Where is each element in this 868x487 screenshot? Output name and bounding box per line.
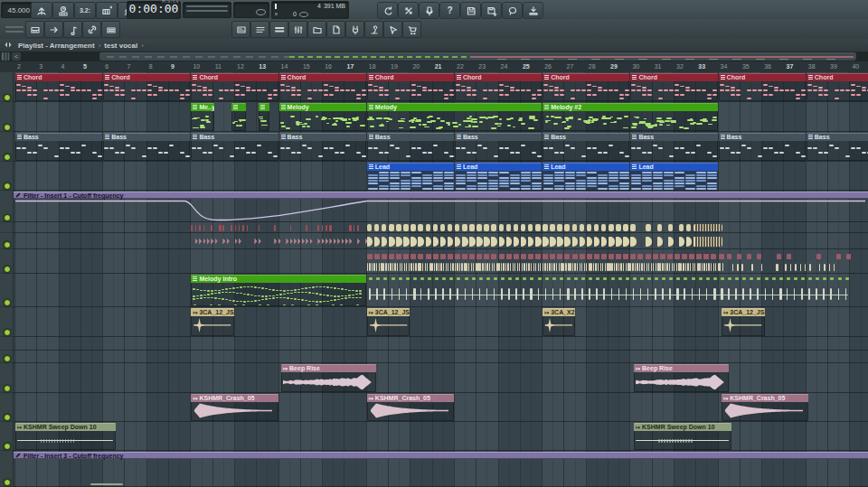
track-enable-led[interactable]: [4, 214, 11, 221]
clip-header[interactable]: Chord: [191, 73, 278, 81]
clip-chord[interactable]: Chord: [455, 73, 542, 101]
clip-chord[interactable]: Chord: [279, 73, 366, 101]
clip-header[interactable]: Bass: [15, 133, 102, 141]
clip-header[interactable]: ↦3CA_12_JSEFX2: [722, 308, 765, 316]
clip-bass[interactable]: Bass: [191, 133, 278, 161]
track-enable-led[interactable]: [4, 414, 11, 421]
browser-button[interactable]: [307, 21, 326, 38]
clip-3ca-x2[interactable]: ↦3CA_X2: [542, 308, 574, 336]
clip-header[interactable]: Melody: [279, 103, 366, 111]
clip-me-y[interactable]: Me..y: [191, 103, 214, 131]
clip-header[interactable]: Bass: [719, 133, 806, 141]
save-button[interactable]: [460, 2, 481, 19]
step-edit-button[interactable]: [44, 21, 63, 38]
plugin-picker-button[interactable]: [345, 21, 364, 38]
clip-header[interactable]: ↦KSHMR Sweep Down 10: [634, 423, 731, 431]
clip-melody-intro[interactable]: Melody Intro: [191, 275, 365, 306]
master-pitch-slider[interactable]: [186, 5, 228, 7]
track-enable-led[interactable]: [4, 385, 11, 392]
touch-controller-button[interactable]: [383, 21, 402, 38]
clip-header[interactable]: Melody: [367, 103, 542, 111]
clip-header[interactable]: Bass: [367, 133, 454, 141]
clip-header[interactable]: ↦KSHMR Sweep Down 10: [15, 423, 116, 431]
automation-clip-header[interactable]: Filter - Insert 1 - Cutoff frequency: [13, 192, 868, 199]
clip-header[interactable]: Me..y: [191, 103, 214, 111]
clip-bass[interactable]: Bass: [367, 133, 454, 161]
clip-kshmr-crash-05[interactable]: ↦KSHMR_Crash_05: [191, 394, 278, 421]
clip-header[interactable]: Bass: [455, 133, 542, 141]
track-enable-led[interactable]: [4, 266, 11, 273]
tools-button[interactable]: [364, 21, 383, 38]
metronome-button[interactable]: [31, 2, 52, 19]
playlist-header[interactable]: Playlist - Arrangement › test vocal ›: [0, 39, 868, 52]
cut-sounds-button[interactable]: [398, 2, 419, 19]
clip-chord[interactable]: Chord: [367, 73, 454, 101]
clip-header[interactable]: ↦3CA_X2: [542, 308, 574, 316]
clip-header[interactable]: Chord: [807, 73, 868, 81]
clip-header[interactable]: ↦KSHMR_Crash_05: [367, 394, 454, 402]
wait-input-button[interactable]: [52, 2, 74, 19]
clip-kshmr-sweep-down-10[interactable]: ↦KSHMR Sweep Down 10: [15, 423, 116, 450]
clip-header[interactable]: Chord: [15, 73, 102, 81]
clip-header[interactable]: Chord: [367, 73, 454, 81]
clip-header[interactable]: Chord: [103, 73, 190, 81]
clip-header[interactable]: Chord: [542, 73, 629, 81]
clip-lead[interactable]: Lead: [542, 163, 629, 190]
clip-kshmr-crash-05[interactable]: ↦KSHMR_Crash_05: [367, 394, 454, 421]
clip-header[interactable]: Lead: [630, 163, 717, 171]
breadcrumb-item[interactable]: test vocal: [104, 42, 137, 50]
performance-mode-button[interactable]: [63, 21, 82, 38]
clip-header[interactable]: Bass: [191, 133, 278, 141]
clip-bass[interactable]: Bass: [719, 133, 806, 161]
mini-slider-1[interactable]: [5, 26, 24, 28]
scroll-back-button[interactable]: <: [12, 52, 21, 61]
clip-melody[interactable]: [231, 103, 246, 131]
piano-roll-button[interactable]: [250, 21, 269, 38]
clip-bass[interactable]: Bass: [103, 133, 190, 161]
track-enable-led[interactable]: [4, 183, 11, 190]
clip-header[interactable]: ↦Beep Rise: [281, 364, 376, 372]
clip-header[interactable]: Bass: [103, 133, 190, 141]
clip-header[interactable]: [259, 103, 269, 111]
master-sliders[interactable]: [183, 2, 231, 18]
shuffle-panel[interactable]: [233, 2, 269, 18]
clip-lead[interactable]: Lead: [367, 163, 454, 190]
clip-bass[interactable]: Bass: [542, 133, 629, 161]
track-enable-led[interactable]: [4, 154, 11, 161]
clip-bass[interactable]: Bass: [279, 133, 366, 161]
overview-scroll-thumb[interactable]: [99, 52, 856, 61]
mini-sliders[interactable]: [2, 23, 27, 36]
clip-header[interactable]: ↦3CA_12_JSEFX2: [191, 308, 234, 316]
clip-header[interactable]: Chord: [279, 73, 366, 81]
help-button[interactable]: ?: [439, 2, 460, 19]
clip-header[interactable]: Lead: [542, 163, 629, 171]
undo-button[interactable]: [377, 2, 398, 19]
track-enable-led[interactable]: [4, 479, 11, 486]
blend-notes-button[interactable]: [96, 2, 118, 19]
clip-3ca-12-jsefx2[interactable]: ↦3CA_12_JSEFX2: [722, 308, 765, 336]
clip-lead[interactable]: Lead: [630, 163, 717, 190]
clip-3ca-12-jsefx2[interactable]: ↦3CA_12_JSEFX2: [191, 308, 234, 336]
clip-melody[interactable]: Melody: [279, 103, 366, 131]
clip-chord[interactable]: Chord: [630, 73, 717, 101]
clip-header[interactable]: Melody #2: [542, 103, 717, 111]
master-volume-slider[interactable]: [186, 10, 228, 12]
breadcrumb-root[interactable]: Playlist - Arrangement: [18, 42, 95, 50]
link-button[interactable]: [82, 21, 101, 38]
clip-header[interactable]: ↦3CA_12_JSEFX2: [367, 308, 410, 316]
clip-beep-rise[interactable]: ↦Beep Rise: [281, 364, 376, 392]
clip-header[interactable]: Chord: [455, 73, 542, 81]
playlist-button[interactable]: [231, 21, 250, 38]
about-button[interactable]: [502, 2, 523, 19]
clip-header[interactable]: [231, 103, 246, 111]
clip-header[interactable]: Lead: [367, 163, 454, 171]
import-export-button[interactable]: [523, 2, 543, 19]
countdown-button[interactable]: 3.2:: [74, 2, 96, 19]
clip-header[interactable]: Bass: [542, 133, 629, 141]
record-audio-button[interactable]: [419, 2, 439, 19]
clip-bass[interactable]: Bass: [15, 133, 102, 161]
clip-header[interactable]: Lead: [455, 163, 542, 171]
clip-chord[interactable]: Chord: [191, 73, 278, 101]
clip-melody-2[interactable]: Melody #2: [542, 103, 717, 131]
time-display[interactable]: 0:00:M:S:CS00: [127, 1, 181, 19]
